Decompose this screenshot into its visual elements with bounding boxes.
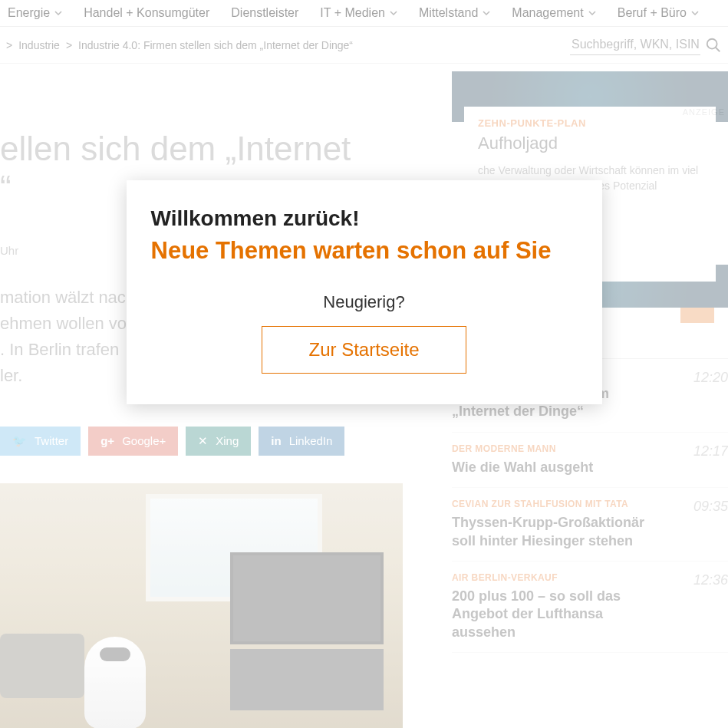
- modal-overlay: Willkommen zurück! Neue Themen warten sc…: [0, 0, 728, 728]
- modal-question: Neugierig?: [151, 292, 578, 312]
- modal-subheading: Neue Themen warten schon auf Sie: [151, 237, 578, 265]
- modal-heading: Willkommen zurück!: [151, 206, 578, 231]
- modal-startseite-button[interactable]: Zur Startseite: [262, 326, 466, 374]
- welcome-modal: Willkommen zurück! Neue Themen warten sc…: [127, 180, 602, 404]
